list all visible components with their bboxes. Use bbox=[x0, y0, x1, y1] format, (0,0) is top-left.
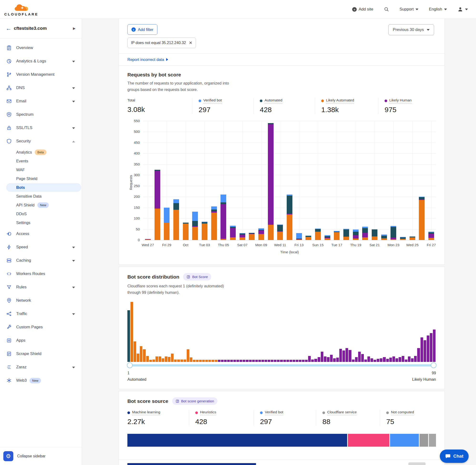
histogram-bar-score-68[interactable] bbox=[336, 358, 339, 362]
histogram-bar-score-26[interactable] bbox=[205, 360, 208, 362]
histogram-bar-score-37[interactable] bbox=[240, 360, 242, 362]
bar-segment-likely-automated[interactable] bbox=[249, 234, 254, 240]
stat-label[interactable]: Verified bot bbox=[265, 410, 283, 415]
bar-segment-likely-human[interactable] bbox=[240, 234, 245, 237]
bar-segment-automated[interactable] bbox=[353, 232, 359, 235]
histogram-bar-score-23[interactable] bbox=[196, 360, 199, 362]
bar-segment-verified-bot[interactable] bbox=[325, 235, 330, 236]
sidebar-item-rules[interactable]: Rules bbox=[0, 280, 82, 294]
bar-segment-likely-automated[interactable] bbox=[343, 237, 349, 240]
bar-segment-likely-automated[interactable] bbox=[315, 232, 321, 240]
sidebar-item-traffic[interactable]: Traffic bbox=[0, 307, 82, 320]
bar-segment-likely-automated[interactable] bbox=[202, 223, 207, 240]
collapse-sidebar-label[interactable]: Collapse sidebar bbox=[17, 454, 45, 458]
source-segment-not-computed[interactable] bbox=[429, 434, 436, 447]
stat-label[interactable]: Cloudflare service bbox=[327, 410, 357, 415]
bar-segment-automated[interactable] bbox=[183, 223, 189, 223]
bar-segment-likely-human[interactable] bbox=[287, 213, 292, 214]
add-site-button[interactable]: + Add site bbox=[352, 7, 373, 12]
histogram-bar-score-36[interactable] bbox=[236, 360, 239, 362]
bar-segment-verified-bot[interactable] bbox=[211, 206, 217, 210]
histogram-bar-score-80[interactable] bbox=[374, 360, 376, 362]
close-icon[interactable]: ✕ bbox=[189, 40, 192, 45]
histogram-bar-score-75[interactable] bbox=[358, 352, 361, 362]
stat-label[interactable]: Machine learning bbox=[132, 410, 160, 415]
bar-segment-likely-automated[interactable] bbox=[381, 238, 387, 240]
sidebar-item-bots[interactable]: Bots bbox=[6, 183, 81, 192]
bar-segment-likely-automated[interactable] bbox=[419, 200, 424, 240]
bar-segment-likely-automated[interactable] bbox=[221, 239, 226, 240]
sidebar-item-page-shield[interactable]: Page Shield bbox=[0, 174, 82, 183]
histogram-bar-score-6[interactable] bbox=[143, 349, 146, 362]
sidebar-item-ssl-tls[interactable]: SSL/TLS bbox=[0, 121, 82, 135]
histogram-bar-score-89[interactable] bbox=[402, 356, 404, 362]
histogram-bar-score-3[interactable] bbox=[134, 341, 136, 362]
bar-segment-verified-bot[interactable] bbox=[164, 208, 169, 223]
bar-segment-likely-automated[interactable] bbox=[362, 237, 368, 240]
bar-segment-verified-bot[interactable] bbox=[296, 233, 302, 239]
bar-segment-verified-bot[interactable] bbox=[192, 212, 198, 221]
sidebar-item-overview[interactable]: Overview bbox=[0, 41, 82, 54]
bar-segment-likely-human[interactable] bbox=[362, 233, 368, 237]
bar-segment-automated[interactable] bbox=[296, 239, 302, 239]
histogram-bar-score-38[interactable] bbox=[243, 360, 245, 362]
bar-segment-likely-human[interactable] bbox=[325, 237, 330, 238]
sidebar-item-workers-routes[interactable]: Workers Routes bbox=[0, 267, 82, 280]
bar-segment-verified-bot[interactable] bbox=[334, 231, 339, 232]
histogram-bar-score-92[interactable] bbox=[411, 358, 414, 362]
sidebar-item-scrape-shield[interactable]: Scrape Shield bbox=[0, 347, 82, 360]
histogram-bar-score-17[interactable] bbox=[177, 359, 180, 362]
histogram-bar-score-99[interactable] bbox=[433, 329, 435, 362]
histogram-bar-score-62[interactable] bbox=[318, 357, 320, 362]
bar-segment-likely-automated[interactable] bbox=[277, 232, 283, 240]
bar-segment-likely-human[interactable] bbox=[155, 171, 160, 209]
bar-segment-verified-bot[interactable] bbox=[381, 234, 387, 236]
bar-segment-verified-bot[interactable] bbox=[230, 226, 236, 227]
sidebar-item-ddos[interactable]: DDoS bbox=[0, 210, 82, 218]
bar-segment-automated[interactable] bbox=[173, 203, 179, 210]
bar-segment-likely-automated[interactable] bbox=[400, 239, 406, 240]
bar-segment-automated[interactable] bbox=[249, 233, 254, 233]
bar-segment-likely-human[interactable] bbox=[211, 211, 217, 212]
bar-segment-likely-automated[interactable] bbox=[334, 232, 339, 240]
sidebar-item-access[interactable]: Access bbox=[0, 227, 82, 241]
bar-segment-verified-bot[interactable] bbox=[362, 227, 368, 228]
settings-gear-button[interactable]: ⚙ bbox=[3, 451, 13, 461]
cloudflare-logo[interactable]: CLOUDFLARE bbox=[4, 3, 38, 16]
histogram-bar-score-66[interactable] bbox=[330, 355, 333, 362]
sidebar-item-analytics-logs[interactable]: Analytics & Logs bbox=[0, 54, 82, 68]
histogram-bar-score-59[interactable] bbox=[308, 356, 311, 362]
histogram-bar-score-33[interactable] bbox=[227, 360, 230, 362]
histogram-bar-score-90[interactable] bbox=[405, 359, 407, 362]
histogram-bar-score-61[interactable] bbox=[314, 359, 317, 362]
bar-segment-automated[interactable] bbox=[419, 197, 424, 199]
histogram-bar-score-15[interactable] bbox=[171, 354, 174, 362]
histogram-bar-score-74[interactable] bbox=[355, 357, 358, 362]
bar-segment-likely-automated[interactable] bbox=[155, 209, 160, 240]
bar-segment-automated[interactable] bbox=[230, 227, 236, 228]
bar-segment-verified-bot[interactable] bbox=[221, 195, 226, 202]
report-incorrect-data-link[interactable]: Report incorrect data bbox=[127, 57, 168, 62]
histogram-bar-score-64[interactable] bbox=[324, 356, 327, 362]
histogram-bar-score-88[interactable] bbox=[399, 357, 401, 362]
bar-segment-likely-human[interactable] bbox=[268, 124, 274, 225]
bar-segment-verified-bot[interactable] bbox=[315, 229, 321, 229]
bar-segment-automated[interactable] bbox=[325, 236, 330, 237]
bar-segment-verified-bot[interactable] bbox=[419, 197, 424, 197]
bar-segment-likely-automated[interactable] bbox=[372, 236, 377, 240]
bar-segment-likely-human[interactable] bbox=[258, 230, 264, 234]
bar-segment-likely-human[interactable] bbox=[277, 231, 283, 232]
histogram-bar-score-79[interactable] bbox=[370, 358, 373, 362]
account-menu[interactable] bbox=[457, 6, 468, 12]
bar-segment-likely-automated[interactable] bbox=[183, 223, 189, 240]
stat-label[interactable]: Likely Human bbox=[389, 98, 412, 103]
histogram-bar-score-95[interactable] bbox=[421, 337, 423, 362]
bar-segment-verified-bot[interactable] bbox=[428, 232, 434, 232]
histogram-bar-score-22[interactable] bbox=[193, 360, 195, 362]
histogram-bar-score-9[interactable] bbox=[152, 359, 155, 362]
histogram-bar-score-4[interactable] bbox=[137, 354, 139, 362]
sidebar-item-speed[interactable]: Speed bbox=[0, 241, 82, 254]
histogram-bar-score-18[interactable] bbox=[180, 359, 183, 362]
language-menu[interactable]: English bbox=[429, 7, 447, 12]
sidebar-item-version-management[interactable]: Version Management bbox=[0, 68, 82, 81]
